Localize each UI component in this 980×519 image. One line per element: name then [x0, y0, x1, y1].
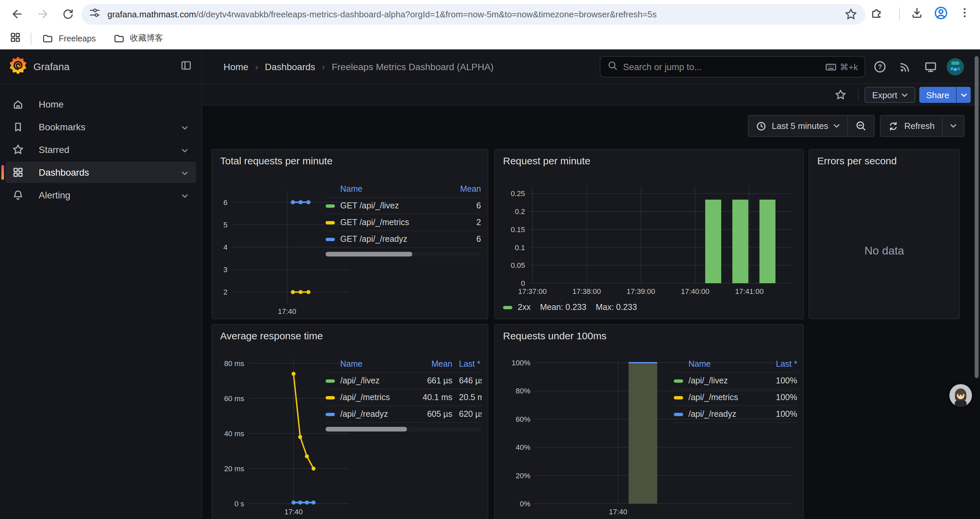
series-last: 20.5 ms: [459, 393, 482, 402]
svg-text:0.05: 0.05: [511, 261, 525, 270]
panel-title[interactable]: Requests under 100ms: [503, 330, 606, 341]
share-button[interactable]: Share: [920, 87, 970, 103]
series-name: GET /api/_/readyz: [340, 235, 448, 244]
sidebar-item-label: Home: [39, 99, 64, 110]
legend-row[interactable]: /api/_/metrics 100%: [674, 390, 797, 406]
bookmarks-bar: Freeleaps 收藏博客: [0, 28, 980, 50]
search-input[interactable]: Search or jump to... ⌘+k: [600, 56, 865, 77]
keyboard-icon: [825, 61, 837, 72]
panel-title[interactable]: Errors per second: [817, 155, 897, 166]
sidebar-item-starred[interactable]: Starred: [5, 139, 196, 160]
star-icon: [12, 144, 24, 156]
legend-row[interactable]: GET /api/_/livez 6: [326, 198, 481, 214]
legend-item-2xx[interactable]: 2xx: [503, 303, 531, 312]
legend-row[interactable]: GET /api/_/metrics 2: [326, 214, 481, 231]
news-rss-icon[interactable]: [899, 60, 912, 76]
apps-grid-icon[interactable]: [10, 31, 21, 46]
panel-request-per-minute[interactable]: Request per minute 0.250.20.150.10.05017…: [494, 149, 804, 319]
url-bar[interactable]: grafana.mathmast.com/d/deytv4rwavabkb/fr…: [81, 4, 865, 24]
forward-icon[interactable]: [35, 6, 51, 22]
legend-row[interactable]: /api/_/readyz 605 µs 620 µs: [326, 406, 482, 423]
series-name: /api/_/metrics: [340, 393, 415, 402]
chevron-down-icon[interactable]: [181, 144, 188, 156]
downloads-icon[interactable]: [911, 6, 923, 22]
legend-row[interactable]: /api/_/livez 661 µs 646 µs: [326, 373, 482, 390]
svg-text:17:41:00: 17:41:00: [735, 287, 764, 295]
sidebar-item-alerting[interactable]: Alerting: [5, 184, 196, 206]
panel-errors-per-second[interactable]: Errors per second No data: [808, 149, 960, 319]
grafana-logo[interactable]: [10, 56, 27, 77]
series-name: GET /api/_/metrics: [340, 218, 448, 227]
favorite-star-icon[interactable]: [835, 89, 846, 104]
header-main: Home › Dashboards › Freeleaps Metrics Da…: [202, 50, 980, 83]
profile-icon[interactable]: [934, 6, 948, 22]
refresh-interval-chevron[interactable]: [943, 115, 964, 136]
series-pill: [326, 379, 335, 382]
page-scrollbar[interactable]: [975, 56, 978, 378]
panel-total-requests[interactable]: Total requests per minute 6543217:40 Nam…: [212, 149, 488, 319]
chevron-down-icon[interactable]: [181, 189, 188, 201]
assistant-avatar[interactable]: [949, 384, 972, 407]
legend-col-mean[interactable]: Mean: [415, 359, 452, 368]
zoom-out-button[interactable]: [848, 115, 874, 136]
sidebar-item-bookmarks[interactable]: Bookmarks: [5, 116, 196, 137]
svg-text:60%: 60%: [516, 415, 530, 423]
bookmark-star-icon[interactable]: [845, 8, 857, 23]
series-last: 646 µs: [459, 376, 482, 385]
browser-menu-icon[interactable]: [959, 7, 970, 21]
back-icon[interactable]: [10, 6, 25, 22]
sidebar-item-dashboards[interactable]: Dashboards: [5, 162, 196, 183]
chevron-down-icon[interactable]: [181, 121, 188, 133]
svg-text:100%: 100%: [512, 359, 530, 367]
bookmark-folder-blogs[interactable]: 收藏博客: [113, 33, 163, 44]
series-name: 2xx: [518, 303, 531, 312]
export-button[interactable]: Export: [865, 87, 915, 103]
legend-row[interactable]: GET /api/_/readyz 6: [326, 231, 481, 248]
bookmarks-divider: [31, 32, 31, 45]
refresh-button[interactable]: Refresh: [881, 115, 942, 136]
dashboard-actions-row: Export Share: [202, 84, 980, 105]
svg-text:17:40: 17:40: [284, 508, 302, 516]
chevron-down-icon[interactable]: [181, 166, 188, 178]
breadcrumb-home[interactable]: Home: [223, 61, 248, 72]
reload-icon[interactable]: [60, 6, 76, 22]
panel-title[interactable]: Total requests per minute: [220, 155, 332, 166]
legend-col-last[interactable]: Last *: [459, 359, 482, 368]
url-text[interactable]: grafana.mathmast.com/d/deytv4rwavabkb/fr…: [107, 9, 657, 19]
legend-scrollbar[interactable]: [326, 427, 482, 431]
share-menu-chevron[interactable]: [956, 87, 970, 103]
svg-text:0.15: 0.15: [511, 225, 525, 234]
legend-row[interactable]: /api/_/livez 100%: [674, 373, 797, 390]
svg-text:17:38:00: 17:38:00: [573, 287, 601, 295]
legend-col-name[interactable]: Name: [340, 184, 448, 193]
sidebar-item-label: Starred: [39, 144, 69, 155]
sidebar-item-home[interactable]: Home: [5, 94, 196, 115]
breadcrumb-separator: ›: [322, 61, 325, 72]
bookmark-folder-freeleaps[interactable]: Freeleaps: [42, 33, 96, 44]
legend-row[interactable]: /api/_/metrics 40.1 ms 20.5 ms: [326, 390, 482, 406]
legend-col-name[interactable]: Name: [340, 359, 415, 368]
user-avatar[interactable]: [947, 58, 964, 75]
svg-text:2: 2: [223, 288, 228, 296]
panel-title[interactable]: Average response time: [220, 330, 323, 341]
time-range-picker[interactable]: Last 5 minutes: [749, 115, 848, 136]
series-pill: [674, 412, 683, 416]
legend-col-mean[interactable]: Mean: [448, 184, 481, 193]
legend-col-name[interactable]: Name: [689, 359, 762, 368]
mega-menu-toggle-icon[interactable]: [180, 59, 192, 74]
panel-requests-under-100ms[interactable]: Requests under 100ms 100%80%60%40%20%0%1…: [494, 324, 804, 519]
svg-text:0%: 0%: [520, 500, 530, 508]
refresh-group: Refresh: [880, 115, 965, 137]
dashboards-grid-icon: [12, 166, 24, 178]
legend-col-last[interactable]: Last *: [762, 359, 797, 368]
extensions-icon[interactable]: [870, 6, 883, 22]
legend-scrollbar[interactable]: [326, 252, 481, 257]
kiosk-monitor-icon[interactable]: [924, 60, 937, 76]
site-settings-icon[interactable]: [89, 7, 101, 21]
panel-average-response-time[interactable]: Average response time 80 ms60 ms40 ms20 …: [212, 324, 488, 519]
legend-row[interactable]: /api/_/readyz 100%: [674, 406, 797, 423]
breadcrumb-dashboards[interactable]: Dashboards: [265, 61, 315, 72]
panel-title[interactable]: Request per minute: [503, 155, 590, 166]
bar-chart[interactable]: 0.250.20.150.10.05017:37:0017:38:0017:39…: [495, 150, 805, 320]
help-icon[interactable]: ?: [873, 60, 886, 76]
